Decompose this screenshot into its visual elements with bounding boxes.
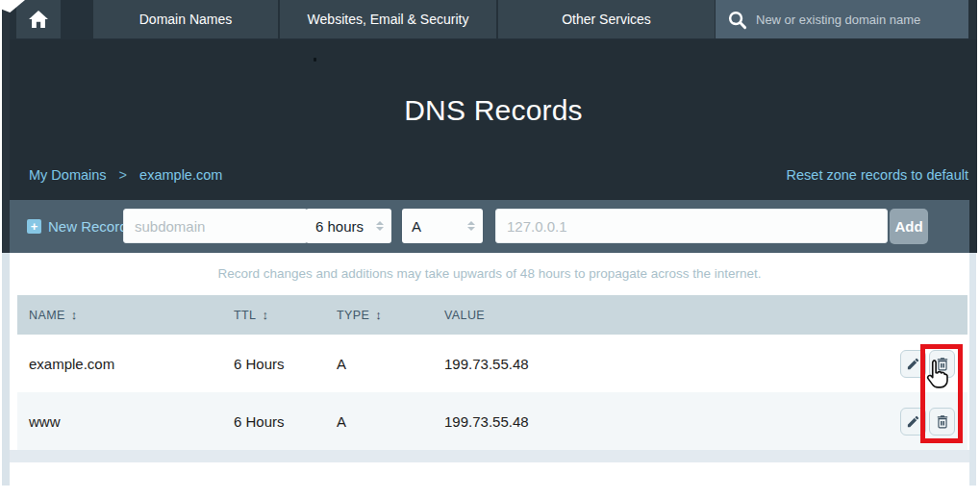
left-edge-strip: [2, 0, 10, 253]
row-actions: [842, 350, 967, 378]
table-row: www 6 Hours A 199.73.55.48: [17, 392, 967, 450]
col-header-value: VALUE: [444, 309, 842, 322]
ttl-select[interactable]: 6 hours: [306, 209, 391, 243]
sort-icon[interactable]: ↕: [262, 308, 268, 322]
add-record-button[interactable]: Add: [890, 209, 928, 244]
records-section: Record changes and additions may take up…: [10, 253, 977, 486]
trash-icon: [936, 414, 949, 429]
spinner-icon: [376, 221, 384, 231]
col-header-name: NAME↕: [17, 308, 234, 322]
record-ttl: 6 Hours: [234, 356, 337, 372]
tab-domain-names[interactable]: Domain Names: [93, 0, 278, 38]
left-edge-strip-lower: [2, 253, 10, 486]
new-record-toggle[interactable]: + New Record: [27, 212, 128, 241]
type-selected-value: A: [412, 218, 421, 235]
col-header-name-label[interactable]: NAME: [29, 309, 65, 322]
spinner-icon: [467, 221, 475, 231]
page-header: DNS Records My Domains > example.com Res…: [10, 39, 977, 200]
pencil-icon: [906, 357, 920, 371]
sort-icon[interactable]: ↕: [71, 308, 78, 322]
record-type: A: [337, 413, 444, 430]
page: Domain Names Websites, Email & Security …: [10, 0, 977, 486]
tab-other-services[interactable]: Other Services: [498, 0, 715, 38]
new-record-form: + New Record 6 hours A Add: [10, 200, 969, 253]
breadcrumb: My Domains > example.com: [29, 167, 222, 183]
search-icon: [727, 10, 747, 30]
home-button[interactable]: [16, 0, 61, 38]
col-header-ttl-label[interactable]: TTL: [234, 309, 256, 322]
table-header-row: NAME↕ TTL↕ TYPE↕ VALUE: [17, 295, 967, 335]
dns-records-table: NAME↕ TTL↕ TYPE↕ VALUE example.com 6: [17, 295, 967, 450]
delete-record-button[interactable]: [929, 350, 955, 378]
record-type: A: [337, 356, 444, 372]
breadcrumb-my-domains[interactable]: My Domains: [29, 167, 107, 183]
tab-websites-email-security[interactable]: Websites, Email & Security: [280, 0, 496, 38]
record-value: 199.73.55.48: [444, 413, 842, 430]
domain-search-input[interactable]: [756, 12, 958, 27]
breadcrumb-domain[interactable]: example.com: [139, 167, 222, 183]
browser-viewport: Domain Names Websites, Email & Security …: [0, 0, 980, 498]
breadcrumb-separator: >: [119, 167, 127, 183]
propagation-notice: Record changes and additions may take up…: [10, 266, 969, 281]
home-icon: [28, 10, 49, 29]
new-record-label: New Record: [48, 218, 128, 235]
domain-search[interactable]: [716, 0, 968, 38]
row-actions: [842, 408, 967, 436]
trash-icon: [936, 357, 949, 371]
edit-record-button[interactable]: [900, 350, 926, 378]
page-title: DNS Records: [10, 94, 977, 127]
record-value-input[interactable]: [495, 209, 888, 243]
pixel-artifact: [314, 58, 316, 62]
subdomain-input[interactable]: [123, 209, 308, 243]
col-header-value-label: VALUE: [444, 309, 485, 322]
record-value: 199.73.55.48: [444, 356, 842, 372]
reset-zone-link[interactable]: Reset zone records to default: [787, 167, 968, 183]
right-edge-band: [969, 253, 976, 486]
record-ttl: 6 Hours: [234, 413, 337, 430]
table-row: example.com 6 Hours A 199.73.55.48: [17, 335, 967, 392]
plus-icon: +: [27, 219, 41, 234]
record-name: example.com: [17, 356, 234, 372]
record-type-select[interactable]: A: [402, 209, 483, 243]
pencil-icon: [906, 414, 920, 429]
col-header-type: TYPE↕: [337, 308, 444, 322]
ttl-selected-value: 6 hours: [315, 218, 364, 235]
col-header-type-label[interactable]: TYPE: [337, 309, 369, 322]
edit-record-button[interactable]: [900, 408, 926, 436]
delete-record-button[interactable]: [929, 408, 955, 436]
record-name: www: [17, 413, 234, 430]
table-footer-strip: [10, 450, 969, 462]
top-navigation: Domain Names Websites, Email & Security …: [10, 0, 977, 39]
sort-icon[interactable]: ↕: [375, 308, 382, 322]
col-header-ttl: TTL↕: [234, 308, 337, 322]
